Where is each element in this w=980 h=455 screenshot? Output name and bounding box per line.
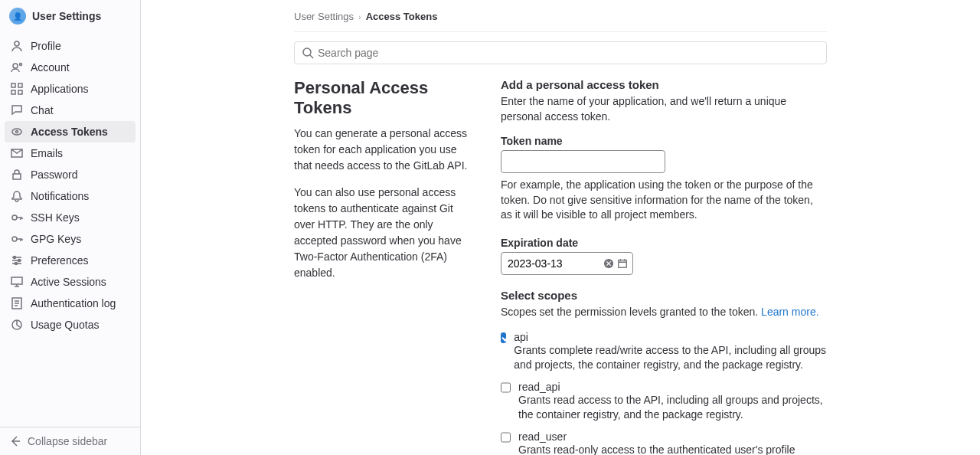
sidebar: 👤 User Settings Profile Account Applicat… (0, 0, 141, 455)
sidebar-item-chat[interactable]: Chat (5, 100, 136, 121)
form-column: Add a personal access token Enter the na… (501, 78, 827, 455)
main-content: User Settings › Access Tokens Personal A… (141, 0, 980, 455)
svg-point-1 (13, 64, 18, 68)
intro-paragraph-1: You can generate a personal access token… (294, 126, 470, 174)
intro-paragraph-2: You can also use personal access tokens … (294, 185, 470, 281)
sidebar-item-access-tokens[interactable]: Access Tokens (5, 121, 136, 142)
breadcrumb-current: Access Tokens (366, 11, 438, 22)
intro-column: Personal Access Tokens You can generate … (294, 78, 470, 292)
sidebar-item-label: SSH Keys (31, 211, 80, 224)
sidebar-item-ssh-keys[interactable]: SSH Keys (5, 207, 136, 228)
svg-point-12 (12, 237, 17, 241)
token-name-help: For example, the application using the t… (501, 178, 827, 223)
svg-point-11 (12, 215, 17, 220)
sidebar-item-applications[interactable]: Applications (5, 78, 136, 100)
user-icon (11, 40, 23, 52)
sidebar-item-label: Applications (31, 83, 89, 95)
sidebar-item-label: Active Sessions (31, 276, 106, 288)
page-title: Personal Access Tokens (294, 78, 470, 118)
scopes-title: Select scopes (501, 289, 827, 302)
scope-row-api: apiGrants complete read/write access to … (501, 331, 827, 373)
expiration-date-input[interactable] (508, 257, 603, 270)
sidebar-nav: Profile Account Applications Chat Access… (0, 32, 140, 427)
sidebar-item-password[interactable]: Password (5, 164, 136, 185)
search-input[interactable] (294, 41, 827, 64)
svg-point-0 (15, 41, 19, 46)
svg-rect-5 (11, 90, 15, 94)
sidebar-item-auth-log[interactable]: Authentication log (5, 293, 136, 314)
account-icon (11, 61, 23, 74)
monitor-icon (11, 276, 23, 288)
scope-label: api (514, 331, 827, 343)
scope-checkbox-read_api[interactable] (501, 382, 511, 393)
svg-point-2 (20, 64, 22, 66)
sidebar-item-label: Chat (31, 104, 54, 116)
sidebar-item-label: Password (31, 169, 77, 181)
svg-rect-4 (18, 83, 22, 87)
sidebar-item-label: Preferences (31, 254, 88, 267)
key-icon (11, 211, 23, 224)
chevron-right-icon: › (358, 12, 361, 21)
bell-icon (11, 190, 23, 202)
collapse-label: Collapse sidebar (28, 435, 107, 447)
svg-point-7 (12, 129, 21, 135)
breadcrumb: User Settings › Access Tokens (294, 0, 827, 32)
token-name-label: Token name (501, 135, 827, 147)
avatar: 👤 (9, 8, 26, 25)
chevron-left-icon (9, 435, 21, 447)
chat-icon (11, 104, 23, 116)
token-name-input[interactable] (501, 150, 665, 173)
sidebar-title: User Settings (32, 10, 101, 22)
sidebar-item-label: Access Tokens (31, 126, 108, 138)
scope-label: read_user (518, 430, 827, 443)
scope-description: Grants complete read/write access to the… (514, 343, 827, 373)
sidebar-header: 👤 User Settings (0, 0, 140, 32)
sidebar-item-gpg-keys[interactable]: GPG Keys (5, 228, 136, 250)
search-wrap (294, 41, 827, 64)
svg-point-8 (16, 131, 18, 133)
scope-description: Grants read access to the API, including… (518, 393, 827, 423)
scope-row-read_user: read_userGrants read-only access to the … (501, 430, 827, 455)
form-section-title: Add a personal access token (501, 78, 827, 91)
sidebar-item-label: Account (31, 61, 70, 74)
lock-icon (11, 169, 23, 181)
sidebar-item-notifications[interactable]: Notifications (5, 185, 136, 207)
svg-rect-3 (11, 83, 15, 87)
svg-rect-6 (18, 90, 22, 94)
sidebar-item-usage-quotas[interactable]: Usage Quotas (5, 314, 136, 336)
calendar-icon[interactable] (617, 258, 628, 269)
sidebar-item-label: Notifications (31, 190, 89, 202)
svg-rect-16 (11, 277, 22, 284)
search-icon (302, 47, 314, 59)
scope-description: Grants read-only access to the authentic… (518, 443, 827, 455)
scope-label: read_api (518, 381, 827, 393)
sidebar-item-emails[interactable]: Emails (5, 142, 136, 164)
learn-more-link[interactable]: Learn more. (761, 306, 818, 318)
sidebar-item-active-sessions[interactable]: Active Sessions (5, 271, 136, 293)
sidebar-item-label: Emails (31, 147, 63, 159)
sidebar-item-profile[interactable]: Profile (5, 35, 136, 57)
form-section-help: Enter the name of your application, and … (501, 94, 827, 124)
sidebar-item-label: GPG Keys (31, 233, 81, 245)
svg-rect-21 (619, 260, 627, 268)
key-icon (11, 233, 23, 245)
apps-icon (11, 83, 23, 95)
sidebar-item-label: Authentication log (31, 297, 116, 309)
sidebar-item-preferences[interactable]: Preferences (5, 250, 136, 271)
sidebar-item-account[interactable]: Account (5, 57, 136, 78)
quota-icon (11, 319, 23, 331)
clear-icon[interactable] (603, 258, 614, 269)
mail-icon (11, 147, 23, 159)
scope-row-read_api: read_apiGrants read access to the API, i… (501, 381, 827, 423)
svg-point-19 (303, 48, 311, 56)
scope-checkbox-api[interactable] (501, 332, 506, 343)
expiration-date-label: Expiration date (501, 237, 827, 249)
scopes-help: Scopes set the permission levels granted… (501, 305, 827, 320)
collapse-sidebar[interactable]: Collapse sidebar (0, 427, 140, 455)
scopes-list: apiGrants complete read/write access to … (501, 331, 827, 455)
scope-checkbox-read_user[interactable] (501, 432, 511, 443)
expiration-date-field[interactable] (501, 252, 633, 275)
preferences-icon (11, 254, 23, 267)
breadcrumb-root[interactable]: User Settings (294, 11, 354, 22)
log-icon (11, 297, 23, 309)
